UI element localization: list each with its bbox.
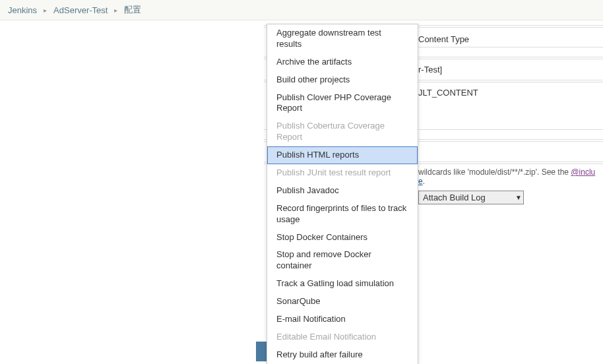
post-build-actions-dropdown: Aggregate downstream test results Archiv… xyxy=(267,24,418,364)
dropdown-item-aggregate[interactable]: Aggregate downstream test results xyxy=(267,24,418,53)
dropdown-item-archive[interactable]: Archive the artifacts xyxy=(267,53,418,71)
dropdown-item-editable-email: Editable Email Notification xyxy=(267,328,418,346)
help-link-includes[interactable]: @inclu xyxy=(571,167,595,177)
dropdown-item-retry[interactable]: Retry build after failure xyxy=(267,346,418,364)
breadcrumb-item[interactable]: Jenkins xyxy=(8,5,37,15)
dropdown-item-stop-docker[interactable]: Stop Docker Containers xyxy=(267,229,418,247)
help-suffix: . xyxy=(423,177,425,186)
breadcrumb-item[interactable]: 配置 xyxy=(124,4,141,16)
dropdown-item-javadoc[interactable]: Publish Javadoc xyxy=(267,182,418,200)
chevron-right-icon: ▸ xyxy=(44,7,47,14)
dropdown-item-remove-docker[interactable]: Stop and remove Docker container xyxy=(267,246,418,275)
dropdown-item-clover[interactable]: Publish Clover PHP Coverage Report xyxy=(267,89,418,118)
breadcrumb: Jenkins ▸ AdServer-Test ▸ 配置 xyxy=(0,0,603,20)
breadcrumb-item[interactable]: AdServer-Test xyxy=(53,5,108,15)
dropdown-item-sonarqube[interactable]: SonarQube xyxy=(267,293,418,311)
attach-log-select[interactable]: Attach Build Log ▼ xyxy=(418,191,524,204)
dropdown-item-gatling[interactable]: Track a Gatling load simulation xyxy=(267,275,418,293)
dropdown-item-fingerprints[interactable]: Record fingerprints of files to track us… xyxy=(267,200,418,229)
select-value: Attach Build Log xyxy=(423,193,486,202)
help-text-prefix: wildcards like 'module/dist/**/*.zip'. S… xyxy=(418,167,571,177)
divider xyxy=(418,47,603,47)
dropdown-item-html-reports[interactable]: Publish HTML reports xyxy=(267,146,418,164)
dropdown-item-email[interactable]: E-mail Notification xyxy=(267,311,418,328)
dropdown-item-junit: Publish JUnit test result report xyxy=(267,164,418,182)
help-link-file[interactable]: e xyxy=(418,177,423,186)
caret-down-icon: ▼ xyxy=(515,194,522,201)
chevron-right-icon: ▸ xyxy=(114,7,117,14)
dropdown-item-cobertura: Publish Cobertura Coverage Report xyxy=(267,117,418,146)
dropdown-item-build-other[interactable]: Build other projects xyxy=(267,71,418,89)
